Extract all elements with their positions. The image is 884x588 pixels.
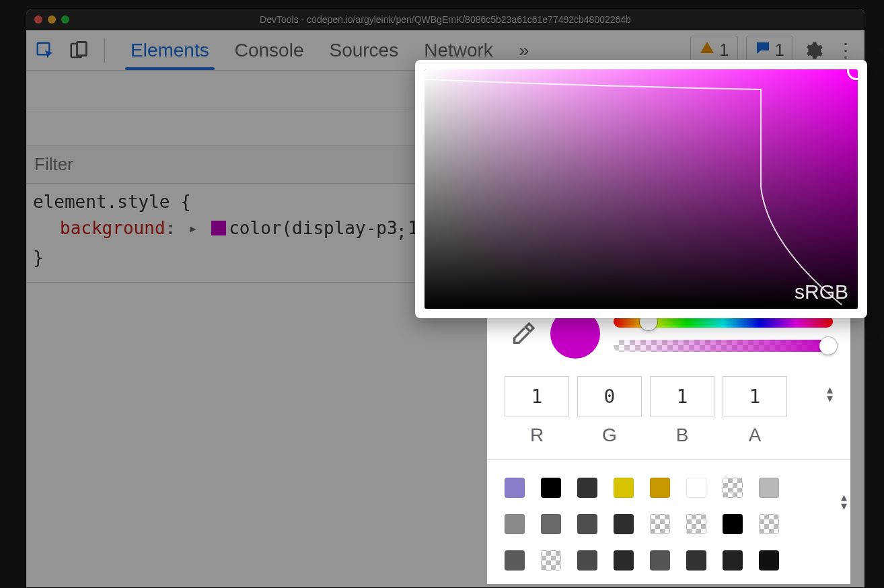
color-sliders (614, 316, 833, 352)
tab-elements[interactable]: Elements (131, 32, 209, 69)
device-toolbar-icon[interactable] (67, 38, 91, 63)
palette-swatch[interactable] (723, 478, 743, 498)
more-menu-icon[interactable]: ⋮ (834, 38, 858, 63)
settings-icon[interactable] (801, 38, 825, 63)
css-property-name[interactable]: background (60, 218, 165, 238)
zoom-window-button[interactable] (61, 15, 69, 24)
palette-swatch[interactable] (541, 514, 561, 534)
titlebar: DevTools - codepen.io/argyleink/pen/QWBg… (26, 9, 864, 30)
channel-a-label: A (723, 425, 787, 446)
window-controls (34, 15, 69, 24)
palette-swatch[interactable] (686, 514, 706, 534)
palette-swatch[interactable] (686, 550, 706, 571)
channel-g-input[interactable]: 0 (577, 376, 642, 416)
palette-swatch[interactable] (541, 478, 561, 498)
palette-swatch[interactable] (505, 478, 525, 498)
palette-swatch[interactable] (650, 514, 670, 534)
eyedropper-icon[interactable] (510, 320, 537, 347)
semicolon: ; (396, 221, 407, 242)
gamut-label: sRGB (795, 281, 848, 303)
color-picker-panel: 1 R 0 G 1 B 1 A ▴▾ (487, 291, 850, 584)
messages-count: 1 (775, 40, 784, 61)
channel-r-input[interactable]: 1 (505, 376, 569, 416)
expand-value-icon[interactable]: ▸ (188, 217, 198, 240)
window-title: DevTools - codepen.io/argyleink/pen/QWBg… (26, 14, 864, 25)
palette-swatch[interactable] (614, 514, 634, 534)
tab-console[interactable]: Console (235, 32, 304, 69)
brace-open: { (180, 192, 191, 212)
color-channel-inputs: 1 R 0 G 1 B 1 A ▴▾ (487, 363, 850, 451)
color-spectrum-popover: sRGB (415, 60, 867, 318)
alpha-slider[interactable] (614, 340, 833, 352)
palette-set-toggle[interactable]: ▴▾ (841, 493, 847, 510)
palette-swatch[interactable] (505, 514, 525, 534)
palette-swatch[interactable] (650, 478, 670, 498)
divider (487, 460, 850, 460)
tab-sources[interactable]: Sources (329, 32, 398, 69)
channel-g-label: G (577, 425, 642, 446)
color-spectrum[interactable]: sRGB (425, 69, 858, 309)
warning-icon (699, 40, 715, 61)
palette-swatch[interactable] (686, 478, 706, 498)
palette-swatch[interactable] (614, 478, 634, 498)
minimize-window-button[interactable] (48, 15, 56, 24)
palette-swatch[interactable] (505, 550, 525, 571)
color-palette (487, 468, 850, 584)
channel-a-input[interactable]: 1 (723, 376, 787, 416)
palette-swatch[interactable] (723, 514, 743, 534)
separator (104, 38, 105, 63)
palette-swatch[interactable] (577, 478, 597, 498)
brace-close: } (33, 248, 44, 268)
channel-b-input[interactable]: 1 (650, 376, 714, 416)
palette-swatch[interactable] (723, 550, 743, 571)
chat-icon (755, 40, 771, 61)
palette-swatch[interactable] (577, 550, 597, 571)
css-property-value[interactable]: color(display-p3 1 0 (229, 218, 439, 238)
rule-selector: element.style (33, 192, 170, 212)
palette-swatch[interactable] (650, 550, 670, 571)
close-window-button[interactable] (34, 15, 42, 24)
inspect-element-icon[interactable] (33, 38, 57, 63)
colon: : (165, 218, 176, 238)
palette-swatch[interactable] (541, 550, 561, 571)
palette-swatch[interactable] (759, 514, 779, 534)
channel-r-label: R (505, 425, 569, 446)
color-format-toggle[interactable]: ▴▾ (827, 385, 833, 402)
warnings-count: 1 (719, 40, 729, 61)
svg-rect-2 (77, 42, 87, 55)
color-swatch[interactable] (211, 221, 226, 235)
palette-swatch[interactable] (614, 550, 634, 571)
palette-swatch[interactable] (759, 478, 779, 498)
channel-b-label: B (650, 425, 714, 446)
palette-swatch[interactable] (577, 514, 597, 534)
palette-swatch[interactable] (759, 550, 779, 571)
